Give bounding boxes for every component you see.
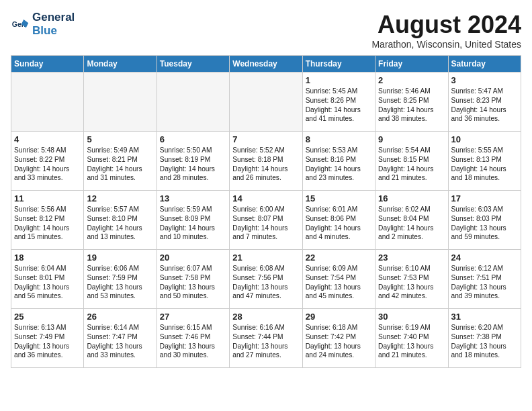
day-number: 29 xyxy=(306,312,372,322)
day-detail: Sunrise: 6:09 AMSunset: 7:54 PMDaylight:… xyxy=(306,264,372,301)
day-detail: Sunrise: 5:45 AMSunset: 8:26 PMDaylight:… xyxy=(306,87,372,124)
day-detail: Sunrise: 5:54 AMSunset: 8:15 PMDaylight:… xyxy=(378,146,445,183)
calendar-cell: 25Sunrise: 6:13 AMSunset: 7:49 PMDayligh… xyxy=(11,309,84,368)
day-number: 1 xyxy=(306,75,372,85)
day-number: 30 xyxy=(378,312,445,322)
day-detail: Sunrise: 6:06 AMSunset: 7:59 PMDaylight:… xyxy=(87,264,153,301)
day-detail: Sunrise: 5:57 AMSunset: 8:10 PMDaylight:… xyxy=(87,205,153,242)
day-number: 10 xyxy=(451,134,518,144)
title-block: August 2024 Marathon, Wisconsin, United … xyxy=(371,11,521,50)
day-number: 16 xyxy=(378,193,445,203)
day-detail: Sunrise: 6:03 AMSunset: 8:03 PMDaylight:… xyxy=(451,205,518,242)
day-detail: Sunrise: 6:18 AMSunset: 7:42 PMDaylight:… xyxy=(306,323,372,360)
logo-general: General xyxy=(32,11,75,24)
day-number: 2 xyxy=(378,75,445,85)
day-detail: Sunrise: 6:15 AMSunset: 7:46 PMDaylight:… xyxy=(160,323,226,360)
weekday-header-monday: Monday xyxy=(84,56,157,73)
day-detail: Sunrise: 6:07 AMSunset: 7:58 PMDaylight:… xyxy=(160,264,226,301)
day-detail: Sunrise: 6:19 AMSunset: 7:40 PMDaylight:… xyxy=(378,323,445,360)
logo-blue: Blue xyxy=(32,24,75,38)
day-number: 7 xyxy=(232,134,299,144)
day-detail: Sunrise: 5:59 AMSunset: 8:09 PMDaylight:… xyxy=(160,205,226,242)
day-number: 3 xyxy=(451,75,518,85)
day-number: 9 xyxy=(378,134,445,144)
calendar-cell: 20Sunrise: 6:07 AMSunset: 7:58 PMDayligh… xyxy=(157,250,229,309)
calendar-cell: 30Sunrise: 6:19 AMSunset: 7:40 PMDayligh… xyxy=(375,309,448,368)
svg-marker-2 xyxy=(26,18,30,21)
calendar-cell: 4Sunrise: 5:48 AMSunset: 8:22 PMDaylight… xyxy=(11,132,84,191)
calendar-cell xyxy=(157,73,229,132)
day-number: 26 xyxy=(87,312,153,322)
calendar-cell: 22Sunrise: 6:09 AMSunset: 7:54 PMDayligh… xyxy=(302,250,375,309)
day-number: 5 xyxy=(87,134,153,144)
day-number: 18 xyxy=(14,253,81,263)
calendar-cell: 12Sunrise: 5:57 AMSunset: 8:10 PMDayligh… xyxy=(84,191,157,250)
day-detail: Sunrise: 5:52 AMSunset: 8:18 PMDaylight:… xyxy=(232,146,299,183)
day-number: 25 xyxy=(14,312,81,322)
weekday-header-saturday: Saturday xyxy=(448,56,521,73)
day-detail: Sunrise: 6:08 AMSunset: 7:56 PMDaylight:… xyxy=(232,264,299,301)
calendar-cell: 31Sunrise: 6:20 AMSunset: 7:38 PMDayligh… xyxy=(448,309,521,368)
day-number: 11 xyxy=(14,193,81,203)
week-row-5: 25Sunrise: 6:13 AMSunset: 7:49 PMDayligh… xyxy=(11,309,521,368)
calendar-cell: 10Sunrise: 5:55 AMSunset: 8:13 PMDayligh… xyxy=(448,132,521,191)
calendar-cell: 11Sunrise: 5:56 AMSunset: 8:12 PMDayligh… xyxy=(11,191,84,250)
day-detail: Sunrise: 6:00 AMSunset: 8:07 PMDaylight:… xyxy=(232,205,299,242)
week-row-4: 18Sunrise: 6:04 AMSunset: 8:01 PMDayligh… xyxy=(11,250,521,309)
day-detail: Sunrise: 5:55 AMSunset: 8:13 PMDaylight:… xyxy=(451,146,518,183)
day-number: 15 xyxy=(306,193,372,203)
calendar-cell: 27Sunrise: 6:15 AMSunset: 7:46 PMDayligh… xyxy=(157,309,229,368)
weekday-header-tuesday: Tuesday xyxy=(157,56,229,73)
calendar-cell: 5Sunrise: 5:49 AMSunset: 8:21 PMDaylight… xyxy=(84,132,157,191)
day-detail: Sunrise: 5:49 AMSunset: 8:21 PMDaylight:… xyxy=(87,146,153,183)
calendar-cell: 8Sunrise: 5:53 AMSunset: 8:16 PMDaylight… xyxy=(302,132,375,191)
day-number: 22 xyxy=(306,253,372,263)
day-number: 12 xyxy=(87,193,153,203)
day-detail: Sunrise: 6:20 AMSunset: 7:38 PMDaylight:… xyxy=(451,323,518,360)
calendar-cell: 18Sunrise: 6:04 AMSunset: 8:01 PMDayligh… xyxy=(11,250,84,309)
calendar-cell: 3Sunrise: 5:47 AMSunset: 8:23 PMDaylight… xyxy=(448,73,521,132)
day-detail: Sunrise: 6:16 AMSunset: 7:44 PMDaylight:… xyxy=(232,323,299,360)
calendar-cell xyxy=(11,73,84,132)
calendar-cell: 9Sunrise: 5:54 AMSunset: 8:15 PMDaylight… xyxy=(375,132,448,191)
calendar-cell: 17Sunrise: 6:03 AMSunset: 8:03 PMDayligh… xyxy=(448,191,521,250)
calendar-cell xyxy=(84,73,157,132)
day-detail: Sunrise: 6:13 AMSunset: 7:49 PMDaylight:… xyxy=(14,323,81,360)
calendar-cell: 16Sunrise: 6:02 AMSunset: 8:04 PMDayligh… xyxy=(375,191,448,250)
week-row-3: 11Sunrise: 5:56 AMSunset: 8:12 PMDayligh… xyxy=(11,191,521,250)
calendar-cell: 19Sunrise: 6:06 AMSunset: 7:59 PMDayligh… xyxy=(84,250,157,309)
day-number: 27 xyxy=(160,312,226,322)
logo-icon: Gen xyxy=(11,15,30,34)
day-number: 23 xyxy=(378,253,445,263)
day-detail: Sunrise: 5:50 AMSunset: 8:19 PMDaylight:… xyxy=(160,146,226,183)
week-row-2: 4Sunrise: 5:48 AMSunset: 8:22 PMDaylight… xyxy=(11,132,521,191)
day-number: 19 xyxy=(87,253,153,263)
calendar-cell: 28Sunrise: 6:16 AMSunset: 7:44 PMDayligh… xyxy=(230,309,302,368)
day-detail: Sunrise: 5:53 AMSunset: 8:16 PMDaylight:… xyxy=(306,146,372,183)
calendar-cell xyxy=(230,73,302,132)
day-number: 4 xyxy=(14,134,81,144)
location-subtitle: Marathon, Wisconsin, United States xyxy=(371,39,521,50)
weekday-header-wednesday: Wednesday xyxy=(230,56,302,73)
calendar-cell: 6Sunrise: 5:50 AMSunset: 8:19 PMDaylight… xyxy=(157,132,229,191)
page-header: Gen General Blue August 2024 Marathon, W… xyxy=(11,11,521,50)
day-number: 13 xyxy=(160,193,226,203)
weekday-header-sunday: Sunday xyxy=(11,56,84,73)
calendar-cell: 7Sunrise: 5:52 AMSunset: 8:18 PMDaylight… xyxy=(230,132,302,191)
day-detail: Sunrise: 6:01 AMSunset: 8:06 PMDaylight:… xyxy=(306,205,372,242)
day-detail: Sunrise: 6:04 AMSunset: 8:01 PMDaylight:… xyxy=(14,264,81,301)
month-title: August 2024 xyxy=(371,11,521,39)
day-number: 6 xyxy=(160,134,226,144)
day-detail: Sunrise: 5:56 AMSunset: 8:12 PMDaylight:… xyxy=(14,205,81,242)
weekday-header-row: SundayMondayTuesdayWednesdayThursdayFrid… xyxy=(11,56,521,73)
calendar-cell: 29Sunrise: 6:18 AMSunset: 7:42 PMDayligh… xyxy=(302,309,375,368)
calendar-table: SundayMondayTuesdayWednesdayThursdayFrid… xyxy=(11,55,521,368)
weekday-header-thursday: Thursday xyxy=(302,56,375,73)
day-number: 21 xyxy=(232,253,299,263)
weekday-header-friday: Friday xyxy=(375,56,448,73)
day-number: 20 xyxy=(160,253,226,263)
calendar-cell: 15Sunrise: 6:01 AMSunset: 8:06 PMDayligh… xyxy=(302,191,375,250)
day-number: 14 xyxy=(232,193,299,203)
day-detail: Sunrise: 6:14 AMSunset: 7:47 PMDaylight:… xyxy=(87,323,153,360)
day-number: 24 xyxy=(451,253,518,263)
